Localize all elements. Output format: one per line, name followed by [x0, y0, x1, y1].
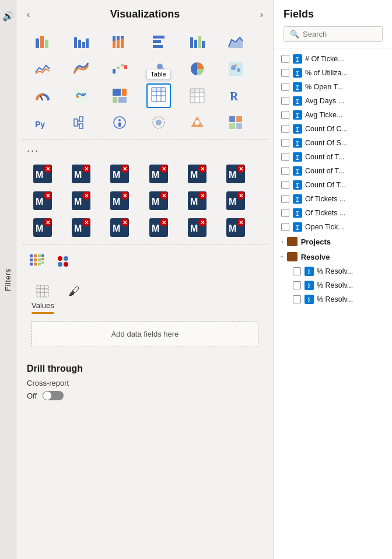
viz-icon-stacked-bar[interactable]: [30, 30, 55, 54]
viz-icon-treemap[interactable]: [107, 83, 132, 108]
custom-viz-8[interactable]: M ✕: [69, 188, 93, 213]
custom-viz-11[interactable]: M ✕: [185, 188, 209, 213]
field-item-count-of-t2[interactable]: ∑ Count of T...: [274, 164, 392, 178]
field-checkbox[interactable]: [293, 295, 301, 303]
section-projects[interactable]: › Projects: [274, 234, 392, 249]
custom-viz-12[interactable]: M ✕: [223, 188, 248, 213]
viz-icon-custom4[interactable]: [146, 110, 171, 135]
viz-icon-area-chart[interactable]: [223, 30, 248, 54]
grid-small-icon[interactable]: [24, 251, 49, 272]
field-item-of-tickets2[interactable]: ∑ Of Tickets ...: [274, 206, 392, 220]
field-name: # Of Ticke...: [305, 55, 344, 63]
add-fields-box[interactable]: Add data fields here: [32, 321, 258, 347]
viz-icon-custom5[interactable]: [185, 110, 209, 135]
field-item-avg-ticket[interactable]: ∑ Avg Ticke...: [274, 108, 392, 122]
custom-viz-6[interactable]: M ✕: [223, 162, 248, 186]
viz-icon-line-area[interactable]: [30, 57, 55, 81]
field-item-open-tick[interactable]: ∑ Open Tick...: [274, 220, 392, 234]
custom-viz-14[interactable]: M ✕: [69, 215, 93, 240]
viz-icon-scatter[interactable]: [146, 57, 171, 81]
viz-icon-decomp[interactable]: [69, 110, 93, 135]
field-item-utilization[interactable]: ∑ % of Utiliza...: [274, 66, 392, 80]
viz-icon-100-stacked[interactable]: [107, 30, 132, 54]
custom-viz-7[interactable]: M ✕: [30, 188, 55, 213]
field-checkbox[interactable]: [293, 267, 301, 275]
resolve-item-2[interactable]: ∑ % Resolv...: [274, 278, 392, 292]
field-checkbox[interactable]: [281, 167, 289, 175]
field-item-of-tickets1[interactable]: ∑ Of Tickets ...: [274, 192, 392, 206]
field-checkbox[interactable]: [281, 69, 289, 77]
custom-viz-15[interactable]: M ✕: [107, 215, 132, 240]
custom-viz-9[interactable]: M ✕: [107, 188, 132, 213]
viz-icon-custom6[interactable]: [223, 110, 248, 135]
field-checkbox[interactable]: [281, 111, 289, 119]
viz-icon-line-chart[interactable]: [185, 30, 209, 54]
values-tab[interactable]: Values: [27, 282, 59, 317]
field-item-avg-days[interactable]: ∑ Avg Days ...: [274, 94, 392, 108]
custom-viz-18[interactable]: M ✕: [223, 215, 248, 240]
filters-sidebar[interactable]: 🔊 Filters: [0, 0, 16, 559]
field-checkbox[interactable]: [281, 181, 289, 189]
viz-icon-gauge[interactable]: [30, 83, 55, 108]
field-checkbox[interactable]: [281, 97, 289, 105]
svg-rect-68: [236, 116, 242, 122]
format-tab[interactable]: 🖌: [64, 282, 85, 317]
custom-viz-3[interactable]: M ✕: [107, 162, 132, 186]
custom-viz-16[interactable]: M ✕: [146, 215, 171, 240]
field-checkbox[interactable]: [281, 195, 289, 203]
custom-viz-13[interactable]: M ✕: [30, 215, 55, 240]
svg-text:✕: ✕: [123, 219, 127, 226]
svg-text:✕: ✕: [46, 166, 50, 172]
field-checkbox[interactable]: [281, 223, 289, 231]
viz-nav-prev[interactable]: ‹: [27, 9, 30, 20]
resolve-item-1[interactable]: ∑ % Resolv...: [274, 264, 392, 278]
custom-viz-4[interactable]: M ✕: [146, 162, 171, 186]
viz-icon-matrix[interactable]: [185, 83, 209, 108]
field-calc-icon: ∑: [293, 110, 302, 120]
custom-viz-17[interactable]: M ✕: [185, 215, 209, 240]
search-input[interactable]: [303, 30, 376, 39]
viz-icon-column-chart[interactable]: [69, 30, 93, 54]
viz-nav-next[interactable]: ›: [260, 9, 263, 20]
svg-point-62: [118, 119, 121, 121]
field-item-count-of-t1[interactable]: ∑ Count of T...: [274, 150, 392, 164]
svg-rect-39: [113, 97, 117, 103]
viz-icon-bar-chart[interactable]: [146, 30, 171, 54]
field-checkbox[interactable]: [281, 153, 289, 161]
svg-rect-2: [45, 40, 48, 48]
viz-icon-pie[interactable]: [185, 57, 209, 81]
custom-viz-2[interactable]: M ✕: [69, 162, 93, 186]
viz-icon-map2[interactable]: [69, 83, 93, 108]
field-item-open-t[interactable]: ∑ % Open T...: [274, 80, 392, 94]
viz-icon-waterfall[interactable]: [107, 57, 132, 81]
viz-icon-ai-insights[interactable]: [107, 110, 132, 135]
field-item-count-of-t3[interactable]: ∑ Count Of T...: [274, 178, 392, 192]
resolve-item-3[interactable]: ∑ % Resolv...: [274, 292, 392, 306]
field-checkbox[interactable]: [281, 139, 289, 147]
dots-small-icon[interactable]: [52, 251, 77, 272]
toggle-switch[interactable]: [43, 391, 64, 400]
field-checkbox[interactable]: [281, 83, 289, 91]
field-checkbox[interactable]: [293, 281, 301, 289]
custom-viz-10[interactable]: M ✕: [146, 188, 171, 213]
search-box[interactable]: 🔍: [284, 26, 383, 42]
viz-icon-map[interactable]: [223, 57, 248, 81]
field-checkbox[interactable]: [281, 55, 289, 63]
field-item-count-of-c[interactable]: ∑ Count Of C...: [274, 122, 392, 136]
field-name: Of Tickets ...: [305, 209, 345, 217]
section-resolve[interactable]: › Resolve: [274, 249, 392, 264]
more-button[interactable]: ...: [16, 140, 274, 157]
viz-icon-r[interactable]: R: [223, 83, 248, 108]
viz-icon-py[interactable]: Py: [30, 110, 55, 135]
field-name: % Resolv...: [317, 281, 353, 289]
field-item-count-of-s[interactable]: ∑ Count Of S...: [274, 136, 392, 150]
field-checkbox[interactable]: [281, 209, 289, 217]
custom-viz-1[interactable]: M ✕: [30, 162, 55, 186]
field-checkbox[interactable]: [281, 125, 289, 133]
custom-viz-5[interactable]: M ✕: [185, 162, 209, 186]
viz-icon-table[interactable]: Table: [146, 83, 171, 108]
svg-rect-159: [37, 285, 48, 297]
svg-point-32: [235, 64, 237, 67]
field-item-num-tickets[interactable]: ∑ # Of Ticke...: [274, 52, 392, 66]
viz-icon-ribbon[interactable]: [69, 57, 93, 81]
